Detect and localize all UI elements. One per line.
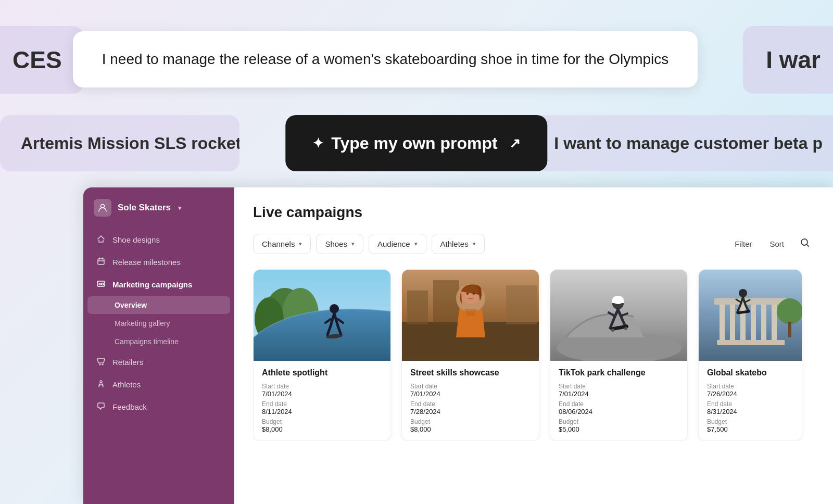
marketing-gallery-label: Marketing gallery — [115, 319, 170, 327]
start-date-1: 7/01/2024 — [262, 390, 382, 398]
sidebar-brand-title: Sole Skaters — [118, 203, 171, 213]
campaign-card-athlete-spotlight[interactable]: Athlete spotlight Start date 7/01/2024 E… — [253, 269, 391, 441]
campaign-card-global[interactable]: Global skatebo Start date 7/26/2024 End … — [698, 269, 802, 441]
sidebar-sub-campaigns-timeline[interactable]: Campaigns timeline — [87, 333, 230, 350]
svg-rect-27 — [612, 300, 624, 303]
svg-point-7 — [801, 239, 807, 245]
end-label-1: End date — [262, 400, 382, 408]
campaign-name-4: Global skatebo — [707, 368, 793, 377]
campaign-card-tiktok[interactable]: TikTok park challenge Start date 7/01/20… — [550, 269, 688, 441]
type-own-prompt-card[interactable]: ✦ Type my own prompt ↗ — [285, 115, 547, 171]
shoe-designs-icon — [96, 235, 106, 245]
svg-point-3 — [102, 283, 104, 285]
athletes-filter-label: Athletes — [440, 240, 469, 248]
main-prompt-card[interactable]: I need to manage the release of a women'… — [73, 31, 698, 87]
svg-point-29 — [611, 329, 614, 332]
sidebar-logo-icon — [94, 199, 111, 217]
filter-button[interactable]: Filter — [728, 235, 758, 253]
main-content: Live campaigns Channels ▾ Shoes ▾ Audien… — [234, 187, 833, 504]
sidebar-item-shoe-designs[interactable]: Shoe designs — [87, 229, 230, 250]
svg-rect-32 — [720, 301, 725, 343]
sidebar-sub-overview[interactable]: Overview — [87, 296, 230, 314]
sidebar-chevron-icon: ▾ — [178, 204, 182, 212]
shoes-chevron-icon: ▾ — [351, 241, 355, 247]
customer-beta-card[interactable]: I want to manage customer beta p — [533, 115, 833, 171]
svg-point-4 — [99, 364, 100, 365]
budget-1: $8,000 — [262, 425, 382, 433]
campaigns-timeline-label: Campaigns timeline — [115, 337, 179, 346]
athletes-icon — [96, 380, 106, 389]
campaign-card-body: Athlete spotlight Start date 7/01/2024 E… — [254, 361, 390, 440]
arrow-icon: ↗ — [509, 135, 521, 152]
svg-rect-16 — [407, 291, 428, 324]
channels-chevron-icon: ▾ — [299, 241, 302, 247]
overview-label: Overview — [115, 301, 147, 309]
filter-bar: Channels ▾ Shoes ▾ Audience ▾ Athletes ▾… — [253, 233, 814, 255]
campaigns-icon — [96, 280, 106, 289]
left-prompt-card: CES — [0, 26, 83, 94]
svg-point-5 — [102, 364, 103, 365]
campaign-card-body-4: Global skatebo Start date 7/26/2024 End … — [699, 361, 802, 440]
retailers-label: Retailers — [112, 358, 143, 367]
channels-filter[interactable]: Channels ▾ — [253, 234, 311, 254]
campaign-card-body-3: TikTok park challenge Start date 7/01/20… — [550, 361, 687, 440]
sidebar-item-retailers[interactable]: Retailers — [87, 351, 230, 373]
audience-label: Audience — [377, 240, 410, 248]
page-title: Live campaigns — [253, 204, 814, 221]
app-window: Sole Skaters ▾ Shoe designs — [83, 187, 833, 504]
svg-rect-1 — [98, 259, 104, 264]
sidebar-nav: Shoe designs Release milestones — [83, 226, 234, 504]
spark-icon: ✦ — [312, 135, 324, 152]
marketing-campaigns-label: Marketing campaigns — [112, 280, 192, 289]
svg-point-40 — [739, 289, 747, 297]
svg-point-22 — [473, 293, 475, 295]
release-milestones-label: Release milestones — [112, 258, 181, 267]
feedback-label: Feedback — [112, 402, 147, 411]
calendar-icon — [96, 257, 106, 267]
sidebar-item-feedback[interactable]: Feedback — [87, 396, 230, 418]
search-button[interactable] — [796, 233, 814, 255]
channels-label: Channels — [262, 240, 295, 248]
sidebar-sub-marketing-gallery[interactable]: Marketing gallery — [87, 314, 230, 332]
shoes-label: Shoes — [325, 240, 347, 248]
artemis-card[interactable]: Artemis Mission SLS rocket system — [0, 115, 239, 171]
sidebar-item-release-milestones[interactable]: Release milestones — [87, 251, 230, 273]
svg-rect-43 — [788, 322, 791, 337]
budget-label-1: Budget — [262, 418, 382, 425]
svg-rect-17 — [433, 280, 459, 324]
svg-point-12 — [330, 304, 339, 313]
svg-rect-35 — [751, 301, 756, 343]
campaign-name-3: TikTok park challenge — [559, 368, 679, 377]
svg-rect-18 — [506, 285, 537, 324]
athletes-label: Athletes — [112, 380, 141, 389]
audience-chevron-icon: ▾ — [414, 241, 418, 247]
sidebar-item-marketing-campaigns[interactable]: Marketing campaigns — [87, 274, 230, 295]
svg-rect-37 — [772, 301, 777, 343]
feedback-icon — [96, 402, 106, 412]
campaign-name-2: Street skills showcase — [410, 368, 531, 377]
svg-point-6 — [100, 381, 102, 383]
sidebar-item-athletes[interactable]: Athletes — [87, 374, 230, 395]
athletes-filter[interactable]: Athletes ▾ — [432, 234, 485, 254]
shoes-filter[interactable]: Shoes ▾ — [316, 234, 363, 254]
sidebar: Sole Skaters ▾ Shoe designs — [83, 187, 234, 504]
sidebar-header[interactable]: Sole Skaters ▾ — [83, 187, 234, 226]
svg-rect-38 — [714, 298, 787, 305]
start-label-1: Start date — [262, 383, 382, 390]
sort-button[interactable]: Sort — [763, 235, 790, 253]
athletes-chevron-icon: ▾ — [473, 241, 476, 247]
svg-rect-33 — [730, 301, 735, 343]
svg-point-30 — [624, 327, 627, 330]
audience-filter[interactable]: Audience ▾ — [369, 234, 426, 254]
campaign-name-1: Athlete spotlight — [262, 368, 382, 377]
end-date-1: 8/11/2024 — [262, 408, 382, 415]
right-prompt-card: I war — [743, 26, 833, 94]
svg-rect-39 — [717, 340, 785, 345]
campaigns-grid: Athlete spotlight Start date 7/01/2024 E… — [253, 269, 814, 441]
svg-point-42 — [777, 298, 802, 324]
search-icon — [800, 240, 810, 250]
svg-point-21 — [466, 293, 469, 295]
retailers-icon — [96, 357, 106, 367]
campaign-card-body-2: Street skills showcase Start date 7/01/2… — [402, 361, 539, 440]
campaign-card-street-skills[interactable]: Street skills showcase Start date 7/01/2… — [401, 269, 539, 441]
